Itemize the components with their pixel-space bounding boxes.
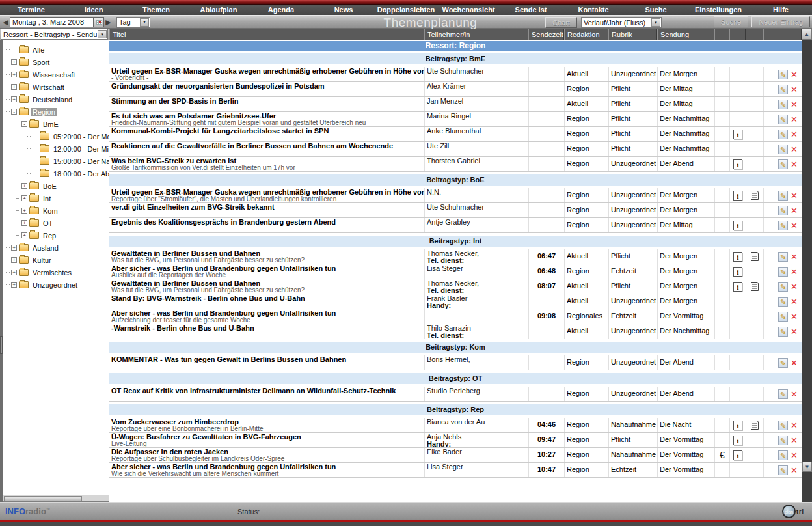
scroll-up-arrow-icon[interactable]: ▲ bbox=[802, 29, 812, 40]
edit-icon[interactable]: ✎ bbox=[778, 221, 788, 230]
column-header-sendung[interactable]: Sendung bbox=[657, 29, 714, 40]
delete-icon[interactable]: ✕ bbox=[791, 85, 798, 94]
table-row[interactable]: Urteil gegen Ex-BSR-Manager Guska wegen … bbox=[109, 67, 802, 82]
sidebar-item-wissenschaft[interactable]: +Wissenschaft bbox=[6, 68, 109, 81]
sidebar-item-05-20-00-der-morgen[interactable]: 05:20:00 - Der Morgen bbox=[6, 130, 109, 143]
delete-icon[interactable]: ✕ bbox=[791, 160, 798, 169]
sidebar-item-alle[interactable]: Alle bbox=[6, 44, 109, 56]
menu-item-wochenansicht[interactable]: Wochenansicht bbox=[437, 6, 500, 14]
info-icon[interactable]: i bbox=[733, 421, 742, 430]
table-row[interactable]: KOMMENTAR - Was tun gegen Gewalt in Berl… bbox=[109, 355, 802, 370]
table-vertical-scrollbar[interactable]: ▼ bbox=[802, 40, 812, 502]
table-row[interactable]: -Warnstreik - Berlin ohne Bus und U-Bahn… bbox=[109, 324, 802, 339]
sidebar-item-int[interactable]: +Int bbox=[6, 192, 109, 204]
expand-icon[interactable]: + bbox=[21, 208, 27, 214]
edit-icon[interactable]: ✎ bbox=[778, 465, 788, 475]
edit-icon[interactable]: ✎ bbox=[778, 282, 788, 292]
edit-icon[interactable]: ✎ bbox=[778, 159, 788, 169]
sidebar-item-region[interactable]: -Region bbox=[6, 105, 109, 118]
delete-icon[interactable]: ✕ bbox=[791, 100, 798, 109]
delete-icon[interactable]: ✕ bbox=[791, 436, 798, 445]
document-icon[interactable] bbox=[751, 252, 759, 261]
menu-item-agenda[interactable]: Agenda bbox=[250, 6, 312, 14]
edit-icon[interactable]: ✎ bbox=[778, 70, 788, 79]
menu-item-ideen[interactable]: Ideen bbox=[62, 6, 125, 14]
expand-icon[interactable]: + bbox=[11, 59, 17, 65]
info-icon[interactable]: i bbox=[733, 130, 742, 139]
info-icon[interactable]: i bbox=[733, 450, 742, 460]
table-row[interactable]: Vom Zuckerwasser zum HimbeerdropReportag… bbox=[109, 418, 802, 433]
delete-icon[interactable]: ✕ bbox=[791, 115, 798, 124]
calendar-icon[interactable] bbox=[93, 17, 104, 27]
next-day-button[interactable]: ▶ bbox=[104, 16, 113, 28]
table-row[interactable]: Aber sicher - was Berlin und Brandenburg… bbox=[109, 463, 802, 478]
expand-icon[interactable]: + bbox=[11, 84, 17, 90]
delete-icon[interactable]: ✕ bbox=[791, 359, 798, 367]
table-row[interactable]: Gewalttaten in Berliner Bussen und Bahne… bbox=[109, 249, 802, 264]
document-icon[interactable] bbox=[751, 191, 759, 200]
edit-icon[interactable]: ✎ bbox=[778, 100, 788, 109]
chevron-down-icon[interactable]: ▼ bbox=[98, 30, 107, 38]
edit-icon[interactable]: ✎ bbox=[778, 206, 788, 215]
delete-icon[interactable]: ✕ bbox=[791, 421, 798, 430]
sidebar-item-kultur[interactable]: +Kultur bbox=[6, 254, 109, 266]
table-row[interactable]: Die Aufpasser in den roten JackenReporta… bbox=[109, 448, 802, 463]
menu-item-suche[interactable]: Suche bbox=[625, 6, 687, 14]
collapse-icon[interactable]: - bbox=[21, 121, 27, 127]
edit-icon[interactable]: ✎ bbox=[778, 327, 788, 337]
edit-icon[interactable]: ✎ bbox=[778, 115, 788, 124]
info-icon[interactable]: i bbox=[733, 159, 742, 169]
table-row[interactable]: Gründungsakt der neuorganisierten Bundes… bbox=[109, 82, 802, 97]
expand-icon[interactable]: + bbox=[11, 270, 17, 275]
delete-icon[interactable]: ✕ bbox=[791, 283, 798, 291]
chevron-down-icon[interactable]: ▼ bbox=[140, 18, 149, 27]
table-row[interactable]: ver.di gibt Einzelheiten zum BVG-Streik … bbox=[109, 203, 802, 218]
menu-item-hilfe[interactable]: Hilfe bbox=[750, 6, 812, 14]
sidebar-item-15-00-00-der-nachmittag[interactable]: 15:00:00 - Der Nachmittag bbox=[6, 155, 109, 167]
menu-item-termine[interactable]: Termine bbox=[0, 6, 62, 14]
info-icon[interactable]: i bbox=[733, 282, 742, 292]
info-icon[interactable]: i bbox=[733, 252, 742, 262]
delete-icon[interactable]: ✕ bbox=[791, 466, 798, 475]
prev-day-button[interactable]: ◀ bbox=[1, 16, 10, 28]
delete-icon[interactable]: ✕ bbox=[791, 70, 798, 79]
delete-icon[interactable]: ✕ bbox=[791, 268, 798, 276]
edit-icon[interactable]: ✎ bbox=[778, 252, 788, 262]
flow-select[interactable]: Verlauf/Jahr (Fluss) ▼ bbox=[581, 17, 662, 28]
column-header-redaktion[interactable]: Redaktion bbox=[564, 29, 608, 40]
delete-icon[interactable]: ✕ bbox=[791, 312, 798, 321]
sidebar-item-rep[interactable]: +Rep bbox=[6, 229, 109, 242]
expand-icon[interactable]: + bbox=[21, 195, 27, 201]
delete-icon[interactable]: ✕ bbox=[791, 298, 798, 306]
sidebar-item-ot[interactable]: +OT bbox=[6, 217, 109, 229]
edit-icon[interactable]: ✎ bbox=[778, 85, 788, 94]
chart-button[interactable]: Chart bbox=[545, 17, 577, 28]
sidebar-item-12-00-00-der-mittag[interactable]: 12:00:00 - Der Mittag bbox=[6, 143, 109, 155]
column-header-teilnehmerin[interactable]: Teilnehmer/in bbox=[424, 29, 528, 40]
delete-icon[interactable]: ✕ bbox=[791, 390, 798, 398]
info-icon[interactable]: i bbox=[733, 221, 742, 230]
sidebar-item-18-00-00-der-abend[interactable]: 18:00:00 - Der Abend bbox=[6, 167, 109, 180]
delete-icon[interactable]: ✕ bbox=[791, 451, 798, 460]
sidebar-item-deutschland[interactable]: +Deutschland bbox=[6, 93, 109, 105]
sidebar-item-unzugeordnet[interactable]: +Unzugeordnet bbox=[6, 279, 109, 291]
table-row[interactable]: Ergebnis des Koalitionsgesprächs in Bran… bbox=[109, 218, 802, 233]
sidebar-item-boe[interactable]: +BoE bbox=[6, 180, 109, 192]
table-row[interactable]: Aber sicher - was Berlin und Brandenburg… bbox=[109, 309, 802, 324]
edit-icon[interactable]: ✎ bbox=[778, 191, 788, 201]
table-row[interactable]: Kommunal-Kombi-Projekt für Langzeitarbei… bbox=[109, 127, 802, 142]
chevron-down-icon[interactable]: ▼ bbox=[651, 18, 660, 27]
edit-icon[interactable]: ✎ bbox=[778, 389, 788, 399]
delete-icon[interactable]: ✕ bbox=[791, 145, 798, 154]
collapse-icon[interactable]: - bbox=[11, 109, 17, 115]
menu-item-doppelansichten[interactable]: Doppelansichten bbox=[375, 6, 437, 14]
edit-icon[interactable]: ✎ bbox=[778, 358, 788, 368]
menu-item-kontakte[interactable]: Kontakte bbox=[562, 6, 625, 14]
info-icon[interactable]: i bbox=[733, 436, 742, 445]
search-button[interactable]: Suche bbox=[714, 16, 748, 27]
sidebar-item-bme[interactable]: -BmE bbox=[6, 118, 109, 130]
edit-icon[interactable]: ✎ bbox=[778, 267, 788, 277]
view-mode-select[interactable]: Tag ▼ bbox=[116, 17, 150, 28]
delete-icon[interactable]: ✕ bbox=[791, 327, 798, 336]
expand-icon[interactable]: + bbox=[21, 220, 27, 226]
